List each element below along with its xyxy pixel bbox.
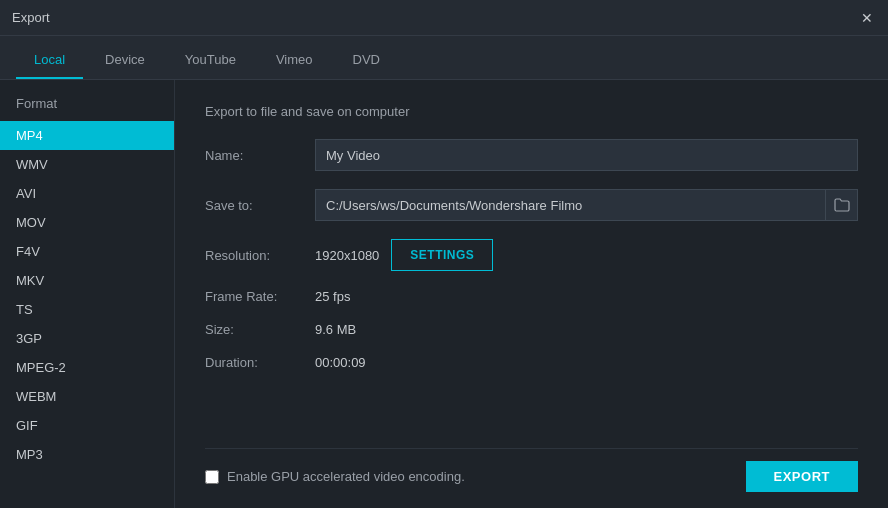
close-button[interactable]: ✕	[858, 9, 876, 27]
save-to-input[interactable]	[315, 189, 826, 221]
gpu-checkbox[interactable]	[205, 470, 219, 484]
export-button[interactable]: EXPORT	[746, 461, 858, 492]
gpu-row: Enable GPU accelerated video encoding.	[205, 469, 465, 484]
frame-rate-label: Frame Rate:	[205, 289, 315, 304]
sidebar-item-mpeg2[interactable]: MPEG-2	[0, 353, 174, 382]
tabs-bar: Local Device YouTube Vimeo DVD	[0, 36, 888, 80]
resolution-row: Resolution: 1920x1080 SETTINGS	[205, 239, 858, 271]
panel-title: Export to file and save on computer	[205, 104, 858, 119]
sidebar-item-3gp[interactable]: 3GP	[0, 324, 174, 353]
sidebar-item-webm[interactable]: WEBM	[0, 382, 174, 411]
name-label: Name:	[205, 148, 315, 163]
sidebar-item-mkv[interactable]: MKV	[0, 266, 174, 295]
duration-label: Duration:	[205, 355, 315, 370]
save-to-label: Save to:	[205, 198, 315, 213]
tab-vimeo[interactable]: Vimeo	[258, 41, 331, 79]
size-row: Size: 9.6 MB	[205, 322, 858, 337]
sidebar-item-avi[interactable]: AVI	[0, 179, 174, 208]
dialog-title: Export	[12, 10, 50, 25]
tab-device[interactable]: Device	[87, 41, 163, 79]
save-to-field-group	[315, 189, 858, 221]
sidebar-item-gif[interactable]: GIF	[0, 411, 174, 440]
duration-value: 00:00:09	[315, 355, 366, 370]
sidebar-item-f4v[interactable]: F4V	[0, 237, 174, 266]
sidebar-header: Format	[0, 96, 174, 121]
right-panel: Export to file and save on computer Name…	[175, 80, 888, 508]
sidebar-item-mov[interactable]: MOV	[0, 208, 174, 237]
duration-row: Duration: 00:00:09	[205, 355, 858, 370]
bottom-bar: Enable GPU accelerated video encoding. E…	[205, 448, 858, 492]
folder-browse-button[interactable]	[826, 189, 858, 221]
sidebar-item-wmv[interactable]: WMV	[0, 150, 174, 179]
title-bar: Export ✕	[0, 0, 888, 36]
name-row: Name:	[205, 139, 858, 171]
frame-rate-row: Frame Rate: 25 fps	[205, 289, 858, 304]
save-to-row: Save to:	[205, 189, 858, 221]
tab-youtube[interactable]: YouTube	[167, 41, 254, 79]
tab-local[interactable]: Local	[16, 41, 83, 79]
size-label: Size:	[205, 322, 315, 337]
sidebar-item-mp3[interactable]: MP3	[0, 440, 174, 469]
resolution-label: Resolution:	[205, 248, 315, 263]
gpu-label: Enable GPU accelerated video encoding.	[227, 469, 465, 484]
size-value: 9.6 MB	[315, 322, 356, 337]
name-input[interactable]	[315, 139, 858, 171]
main-content: Format MP4 WMV AVI MOV F4V MKV TS 3GP MP…	[0, 80, 888, 508]
frame-rate-value: 25 fps	[315, 289, 350, 304]
resolution-value: 1920x1080	[315, 248, 379, 263]
tab-dvd[interactable]: DVD	[335, 41, 398, 79]
settings-button[interactable]: SETTINGS	[391, 239, 493, 271]
sidebar-item-ts[interactable]: TS	[0, 295, 174, 324]
sidebar: Format MP4 WMV AVI MOV F4V MKV TS 3GP MP…	[0, 80, 175, 508]
resolution-value-group: 1920x1080 SETTINGS	[315, 239, 858, 271]
sidebar-item-mp4[interactable]: MP4	[0, 121, 174, 150]
